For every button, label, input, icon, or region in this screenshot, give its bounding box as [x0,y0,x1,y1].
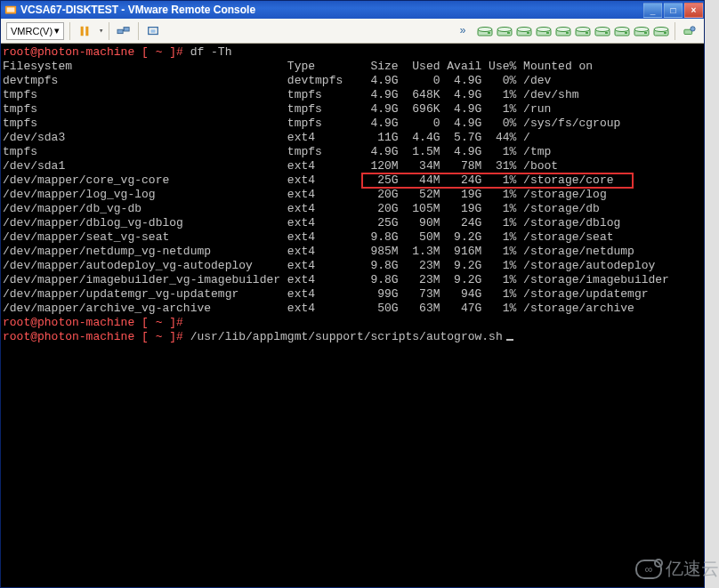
df-row: /dev/mapper/netdump_vg-netdump ext4 985M… [3,245,704,259]
svg-point-27 [595,27,610,31]
vmrc-menu-label: VMRC(V) [11,26,53,36]
drive-icons-group [477,25,669,37]
drive-icon[interactable] [653,25,669,37]
chevron-down-icon: ▾ [54,25,60,36]
close-button[interactable]: × [684,3,703,18]
cloud-icon: ∞ [635,560,662,579]
svg-point-21 [556,27,570,31]
df-row: /dev/mapper/core_vg-core ext4 25G 44M 24… [3,173,704,188]
df-row: /dev/mapper/autodeploy_vg-autodeploy ext… [3,259,704,273]
watermark-text: 亿速云 [666,557,719,581]
svg-rect-31 [625,32,627,34]
svg-rect-22 [566,32,569,34]
titlebar[interactable]: VCSA67-DISKTEST - VMware Remote Console … [1,1,704,19]
df-row: /dev/mapper/archive_vg-archive ext4 50G … [3,302,704,316]
svg-rect-34 [644,32,647,34]
drive-icon[interactable] [536,25,552,37]
pause-button[interactable] [76,22,93,40]
df-row: /dev/mapper/db_vg-db ext4 20G 105M 19G 1… [3,202,704,216]
svg-point-15 [517,27,531,31]
svg-rect-19 [546,32,549,34]
pause-icon [78,25,91,37]
app-icon [4,4,17,16]
svg-rect-2 [81,26,84,36]
drive-icon[interactable] [634,25,650,37]
df-row: tmpfs tmpfs 4.9G 1.5M 4.9G 1% /tmp [3,145,704,159]
watermark: ∞ 亿速云 [635,557,719,581]
drive-icon[interactable] [594,25,610,37]
drive-icon[interactable] [575,25,591,37]
cursor [506,339,513,341]
svg-rect-1 [7,7,15,12]
df-row: tmpfs tmpfs 4.9G 0 4.9G 0% /sys/fs/cgrou… [3,117,704,131]
svg-point-24 [576,27,590,31]
chevron-down-icon[interactable]: ▾ [99,26,103,36]
terminal[interactable]: root@photon-machine [ ~ ]# df -ThFilesys… [1,44,704,587]
prompt-line: root@photon-machine [ ~ ]# [3,316,704,330]
maximize-button[interactable]: □ [664,3,683,18]
drive-icon[interactable] [614,25,630,37]
df-row: tmpfs tmpfs 4.9G 696K 4.9G 1% /run [3,102,704,117]
df-row: /dev/mapper/updatemgr_vg-updatemgr ext4 … [3,287,704,302]
drive-icon[interactable] [555,25,571,37]
svg-point-9 [478,27,492,31]
chevrons-right-icon: » [459,25,465,37]
remote-console-window: VCSA67-DISKTEST - VMware Remote Console … [0,0,705,588]
toolbar-separator [138,22,139,40]
df-row: /dev/mapper/seat_vg-seat ext4 9.8G 50M 9… [3,230,704,245]
df-row: /dev/sda1 ext4 120M 34M 78M 31% /boot [3,159,704,173]
vmrc-menu[interactable]: VMRC(V) ▾ [6,22,64,40]
toolbar-separator [69,22,70,40]
svg-point-33 [634,27,649,31]
minimize-button[interactable]: _ [643,3,662,18]
svg-point-39 [691,26,695,30]
svg-point-36 [654,27,668,31]
svg-point-18 [537,27,551,31]
df-header: Filesystem Type Size Used Avail Use% Mou… [3,60,704,74]
df-row: devtmpfs devtmpfs 4.9G 0 4.9G 0% /dev [3,74,704,88]
df-row: /dev/sda3 ext4 11G 4.4G 5.7G 44% / [3,131,704,145]
prompt-line: root@photon-machine [ ~ ]# df -Th [3,45,704,60]
svg-point-30 [615,27,629,31]
fullscreen-icon [147,25,159,37]
svg-rect-16 [527,32,529,34]
svg-rect-28 [605,32,608,34]
df-row: /dev/mapper/log_vg-log ext4 20G 52M 19G … [3,188,704,202]
svg-rect-25 [586,32,588,34]
svg-rect-13 [507,32,510,34]
svg-rect-37 [664,32,666,34]
svg-rect-10 [488,32,490,34]
send-cad-button[interactable] [115,22,133,40]
toolbar: VMRC(V) ▾ ▾ » [1,19,704,44]
df-row: /dev/mapper/imagebuilder_vg-imagebuilder… [3,273,704,287]
svg-rect-7 [151,29,156,33]
svg-rect-4 [117,29,123,33]
prompt-line: root@photon-machine [ ~ ]# /usr/lib/appl… [3,330,704,344]
drive-icon[interactable] [516,25,532,37]
fullscreen-button[interactable] [144,22,162,40]
drive-icon[interactable] [477,25,493,37]
df-row: /dev/mapper/dblog_vg-dblog ext4 25G 90M … [3,216,704,230]
toolbar-separator [109,22,109,40]
send-cad-icon [117,25,131,37]
devices-overflow-button[interactable] [681,22,699,40]
devices-icon [683,25,697,37]
svg-point-12 [497,27,512,31]
window-title: VCSA67-DISKTEST - VMware Remote Console [20,4,255,16]
toolbar-separator [675,22,675,40]
df-row: tmpfs tmpfs 4.9G 648K 4.9G 1% /dev/shm [3,88,704,102]
svg-rect-3 [85,26,88,36]
drive-icon[interactable] [497,25,513,37]
expand-devices-button[interactable]: » [454,22,472,40]
